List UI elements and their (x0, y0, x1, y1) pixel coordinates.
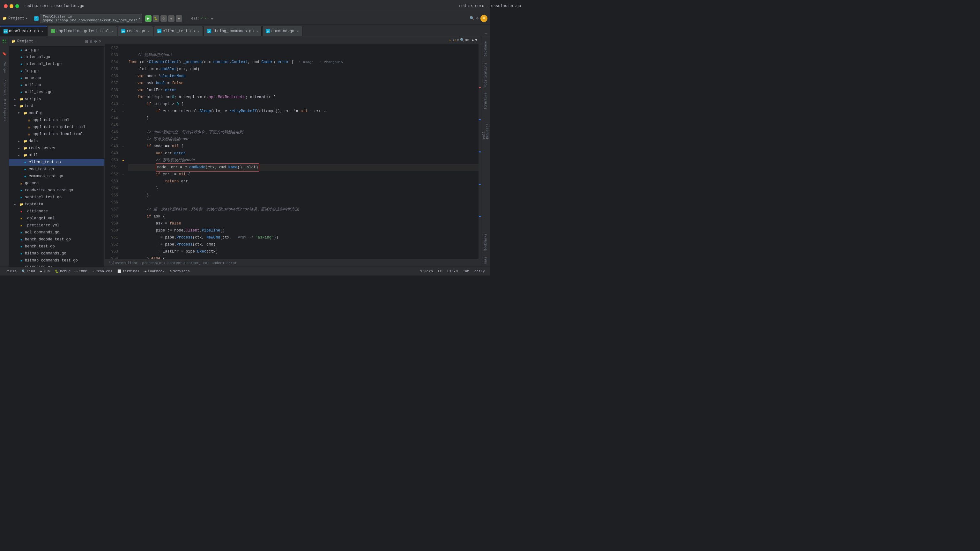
tab-string-commands[interactable]: go string_commands.go ✕ (204, 26, 262, 36)
problems-icon: ⚠ (92, 270, 94, 273)
tree-collapse-button[interactable]: ⊟ (89, 39, 92, 44)
list-item[interactable]: ◆ bitmap_commands.go (9, 250, 104, 257)
list-item[interactable]: ◆ log.go (9, 68, 104, 75)
list-item[interactable]: ◆ util.go (9, 82, 104, 89)
settings-icon[interactable]: ⚙ (476, 16, 479, 21)
list-item[interactable]: ▼ 📁 test (9, 103, 104, 110)
status-line-ending[interactable]: LF (436, 267, 445, 275)
list-item[interactable]: ◆ client_test.go (9, 159, 104, 166)
avatar[interactable]: U (480, 15, 487, 22)
list-item[interactable]: ◆ .prettierrc.yml (9, 222, 104, 229)
status-lua-check[interactable]: ◈ LuaCheck (142, 267, 167, 275)
list-item[interactable]: ◆ bench_test.go (9, 243, 104, 250)
list-item[interactable]: ◆ bitmap_commands_test.go (9, 257, 104, 264)
list-item[interactable]: ▼ 📁 config (9, 110, 104, 117)
project-selector[interactable]: 📁 Project ▾ (3, 16, 27, 21)
status-git[interactable]: ⎇ Git (3, 267, 19, 275)
list-item[interactable]: ◆ sentinel_test.go (9, 194, 104, 201)
encoding-label: UTF-8 (447, 270, 458, 273)
tab-client-test[interactable]: go client_test.go ✕ (154, 26, 203, 36)
list-item[interactable]: ◆ arg.go (9, 46, 104, 54)
error-count: 3 (452, 38, 454, 42)
sidebar-make-label[interactable]: make (484, 254, 487, 267)
toml-icon: ▣ (27, 125, 31, 129)
list-item[interactable]: ▶ 📁 util (9, 152, 104, 159)
list-item[interactable]: ◆ acl_commands.go (9, 229, 104, 236)
tab-more-button[interactable]: ⋯ (482, 30, 490, 36)
sidebar-notifications-label[interactable]: Notifications (484, 60, 487, 89)
sidebar-icon-bookmarks[interactable]: 🔖 (1, 50, 8, 57)
tab-close-string-commands[interactable]: ✕ (256, 29, 258, 33)
tab-osscluster[interactable]: go osscluster.go ✕ (0, 26, 47, 36)
tree-add-button[interactable]: ⊞ (85, 39, 88, 44)
file-name-label: osscluster.go (54, 4, 84, 8)
list-item[interactable]: ▣ application-gotest.toml (9, 124, 104, 131)
status-services[interactable]: ⚙ Services (167, 267, 192, 275)
nav-down[interactable]: ▼ (475, 38, 477, 42)
list-item[interactable]: ◆ internal.go (9, 54, 104, 60)
status-debug[interactable]: 🐛 Debug (52, 267, 73, 275)
list-item[interactable]: ◆ .gitignore (9, 208, 104, 215)
list-item[interactable]: ◆ cmd_test.go (9, 166, 104, 173)
status-todo[interactable]: ☑ TODO (73, 267, 90, 275)
tab-close-command[interactable]: ✕ (297, 29, 299, 33)
list-item[interactable]: ◆ util_test.go (9, 89, 104, 96)
sidebar-pull-requests-label[interactable]: Pull Requests (482, 113, 489, 141)
search-icon[interactable]: 🔍 (469, 16, 474, 21)
scrollbar-map[interactable] (479, 44, 481, 259)
sidebar-icon-pull-requests[interactable]: Pull Requests (1, 98, 8, 123)
tab-close-client-test[interactable]: ✕ (197, 29, 199, 33)
list-item[interactable]: ▶ 📁 data (9, 138, 104, 145)
list-item[interactable]: ▶ 📁 redis-server (9, 145, 104, 152)
list-item[interactable]: ◆ once.go (9, 75, 104, 82)
sidebar-structure-label[interactable]: Structure (484, 90, 487, 112)
sidebar-bookmarks-label[interactable]: Bookmarks (484, 231, 487, 253)
list-item[interactable]: ◆ internal_test.go (9, 60, 104, 68)
tab-command[interactable]: go command.go ✕ (262, 26, 302, 36)
tab-close-application-gotest[interactable]: ✕ (111, 29, 114, 33)
list-item[interactable]: ◆ bench_decode_test.go (9, 236, 104, 243)
list-item[interactable]: ▣ go.mod (9, 180, 104, 187)
sidebar-database-label[interactable]: Database (484, 38, 487, 60)
list-item[interactable]: ◆ .golangci.yml (9, 215, 104, 222)
go-file-icon: ◆ (19, 244, 24, 249)
list-item[interactable]: ▶ 📁 scripts (9, 96, 104, 103)
list-item[interactable]: ▶ 📁 testdata (9, 201, 104, 208)
code-area[interactable]: // 最早调用的hook func (c *ClusterClient) _pr… (126, 44, 479, 259)
nav-up[interactable]: ▲ (472, 38, 474, 42)
status-find[interactable]: 🔍 Find (19, 267, 38, 275)
list-item[interactable]: ◆ commmon_test.go (9, 173, 104, 180)
profile-button[interactable]: ◈ (168, 15, 175, 22)
list-item[interactable]: ◆ CHANGELOG.md (9, 264, 104, 267)
list-item[interactable]: ◆ readwrite_sep_test.go (9, 187, 104, 194)
sidebar-icon-changes[interactable]: Changes (1, 58, 8, 77)
sidebar-icon-structure[interactable]: Structure (1, 78, 8, 97)
coverage-button[interactable]: ⬡ (161, 15, 167, 22)
status-terminal[interactable]: ⬜ Terminal (115, 267, 142, 275)
status-branch[interactable]: daily (472, 267, 487, 275)
status-encoding[interactable]: UTF-8 (445, 267, 460, 275)
debug-button[interactable]: 🐛 (153, 15, 159, 22)
list-item[interactable]: ▣ application.toml (9, 117, 104, 124)
tab-redis[interactable]: go redis.go ✕ (118, 26, 153, 36)
status-position[interactable]: 950:26 (418, 267, 436, 275)
close-button[interactable] (4, 4, 8, 8)
minimize-button[interactable] (10, 4, 13, 8)
code-line-951: node, err = c.cmdNode(ctx, cmd.Name(), s… (128, 164, 479, 171)
sidebar-icon-project[interactable] (1, 38, 8, 45)
run-button[interactable]: ▶ (145, 15, 151, 22)
tab-application-gotest[interactable]: t application-gotest.toml ✕ (48, 26, 118, 36)
tab-close-redis[interactable]: ✕ (148, 29, 150, 33)
status-problems[interactable]: ⚠ Problems (90, 267, 115, 275)
go-file-icon: ◆ (19, 230, 24, 235)
maximize-button[interactable] (15, 4, 19, 8)
error-indicator[interactable]: ⚠ 3 ⚠ 3 🔍 93 (449, 38, 469, 42)
stop-button[interactable]: ■ (176, 15, 182, 22)
tab-close-osscluster[interactable]: ✕ (41, 29, 43, 33)
status-indent[interactable]: Tab (460, 267, 472, 275)
run-config-selector[interactable]: TestCluster in gopkg.inshopline.com/comm… (40, 14, 142, 23)
tree-close-button[interactable]: ✕ (99, 39, 102, 44)
tree-settings-button[interactable]: ⚙ (94, 39, 97, 44)
status-run[interactable]: ▶ Run (38, 267, 52, 275)
list-item[interactable]: ▣ application-local.toml (9, 131, 104, 138)
